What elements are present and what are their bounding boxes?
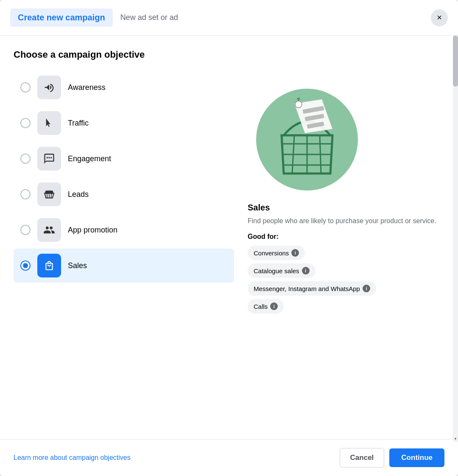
tag-calls-label: Calls <box>254 303 268 310</box>
objective-awareness[interactable]: Awareness <box>14 70 234 104</box>
tag-calls: Calls i <box>248 299 284 314</box>
objective-detail-panel: Sales Find people who are likely to purc… <box>248 70 444 439</box>
info-icon-catalogue[interactable]: i <box>302 267 310 274</box>
app-promotion-icon <box>43 224 55 236</box>
radio-dot-sales <box>23 263 28 268</box>
sales-icon <box>44 260 55 271</box>
app-promotion-icon-box <box>37 218 61 242</box>
content-area: Awareness Traffic <box>14 70 444 439</box>
engagement-label: Engagement <box>68 154 111 163</box>
svg-point-0 <box>47 157 48 159</box>
info-icon-conversions[interactable]: i <box>291 249 299 257</box>
scroll-down-arrow[interactable]: ▼ <box>453 435 458 442</box>
traffic-label: Traffic <box>68 119 89 128</box>
engagement-icon-box <box>37 147 61 171</box>
modal-header: Create new campaign New ad set or ad × <box>0 0 458 36</box>
detail-description: Find people who are likely to purchase y… <box>248 216 444 226</box>
objective-traffic[interactable]: Traffic <box>14 106 234 140</box>
modal-body: Choose a campaign objective Awareness <box>0 36 458 439</box>
scrollbar: ▲ ▼ <box>453 36 458 442</box>
tag-conversions-label: Conversions <box>254 249 289 257</box>
tab-create-campaign[interactable]: Create new campaign <box>10 8 113 27</box>
svg-point-1 <box>48 157 50 159</box>
radio-awareness[interactable] <box>20 82 31 92</box>
scrollbar-thumb[interactable] <box>453 36 458 87</box>
tag-messenger-label: Messenger, Instagram and WhatsApp <box>254 285 360 292</box>
info-icon-calls[interactable]: i <box>270 302 278 310</box>
tag-catalogue-sales: Catalogue sales i <box>248 263 316 278</box>
engagement-icon <box>43 153 55 165</box>
objective-leads[interactable]: Leads <box>14 177 234 211</box>
radio-traffic[interactable] <box>20 118 31 128</box>
good-for-label: Good for: <box>248 233 444 241</box>
objectives-list: Awareness Traffic <box>14 70 234 439</box>
radio-app-promotion[interactable] <box>20 225 31 235</box>
awareness-icon-box <box>37 76 61 99</box>
sales-icon-box <box>37 254 61 277</box>
svg-point-2 <box>50 157 52 159</box>
radio-engagement[interactable] <box>20 154 31 164</box>
tab-new-ad-set[interactable]: New ad set or ad <box>113 9 186 26</box>
continue-button[interactable]: Continue <box>389 448 444 467</box>
leads-label: Leads <box>68 190 89 199</box>
tags-list: Conversions i Catalogue sales i Messenge… <box>248 246 444 314</box>
tag-catalogue-label: Catalogue sales <box>254 267 299 274</box>
leads-icon <box>44 189 55 200</box>
modal-footer: Learn more about campaign objectives Can… <box>0 439 458 476</box>
objective-sales[interactable]: Sales <box>14 249 234 283</box>
svg-point-19 <box>295 101 302 108</box>
objective-app-promotion[interactable]: App promotion <box>14 213 234 247</box>
sales-illustration <box>248 74 366 193</box>
section-title: Choose a campaign objective <box>14 49 444 60</box>
detail-title: Sales <box>248 203 444 213</box>
learn-more-link[interactable]: Learn more about campaign objectives <box>14 454 131 462</box>
leads-icon-box <box>37 182 61 206</box>
info-icon-messenger[interactable]: i <box>363 285 370 292</box>
app-promotion-label: App promotion <box>68 226 117 235</box>
radio-sales[interactable] <box>20 260 31 271</box>
objective-engagement[interactable]: Engagement <box>14 142 234 176</box>
awareness-icon <box>43 81 55 93</box>
traffic-icon-box <box>37 111 61 135</box>
radio-leads[interactable] <box>20 189 31 199</box>
tag-conversions: Conversions i <box>248 246 305 260</box>
svg-line-4 <box>47 193 47 198</box>
sales-label: Sales <box>68 261 87 270</box>
svg-line-5 <box>51 193 51 198</box>
tag-messenger: Messenger, Instagram and WhatsApp i <box>248 281 376 296</box>
create-campaign-modal: Create new campaign New ad set or ad × C… <box>0 0 458 476</box>
cursor-icon <box>45 118 54 128</box>
awareness-label: Awareness <box>68 83 106 92</box>
close-button[interactable]: × <box>431 9 448 26</box>
cancel-button[interactable]: Cancel <box>340 448 385 468</box>
